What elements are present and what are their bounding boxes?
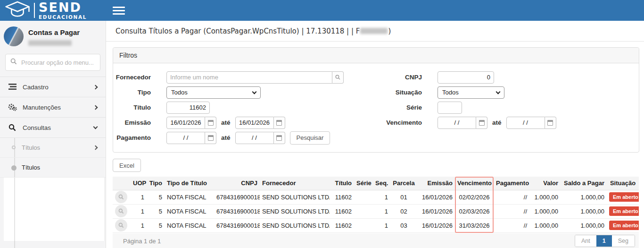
cell-tipo-titulo: NOTA FISCAL [165,204,214,218]
vencimento-to-input[interactable] [506,117,545,129]
chevron-down-icon [252,89,257,94]
pagamento-to-input[interactable] [235,132,274,144]
emissao-to-input[interactable] [235,117,274,129]
cell-valor: 1.000,00 [529,204,561,218]
sidebar-item-consultas[interactable]: Consultas [0,118,106,138]
excel-export-button[interactable]: Excel [113,159,141,172]
cnpj-input[interactable] [438,71,494,84]
pagination-next-button[interactable]: Seg [612,235,635,247]
emissao-label: Emissão [113,119,151,126]
brand-line1: SEND [39,1,87,14]
tipo-select[interactable]: Todos [166,86,261,99]
tree-node-icon [12,145,16,149]
calendar-icon[interactable] [205,132,216,144]
tipo-label: Tipo [113,89,151,96]
module-title: Contas a Pagar [28,28,80,36]
cell-emissao: 16/01/2026 [417,204,455,218]
fornecedor-search-button[interactable] [332,71,344,84]
vencimento-from-input[interactable] [438,117,476,129]
col-emissao: Emissão [417,177,455,190]
status-badge: Em aberto [609,221,639,230]
titulo-input[interactable] [166,102,210,114]
results-table: UOP Tipo Tipo de Título CNPJ Fornecedor … [113,177,639,233]
status-badge: Em aberto [609,206,639,216]
col-saldo: Saldo a Pagar [561,177,607,190]
graduation-cap-icon [5,0,30,20]
pagamento-from-input[interactable] [166,132,205,144]
cell-seq: 1 [373,218,390,232]
page-title-text: Consulta Títulos a Pagar (ContasPagar.Wp… [116,27,360,35]
fornecedor-input[interactable] [166,71,332,84]
calendar-icon[interactable] [274,132,285,144]
cell-uop: 1 [131,190,147,204]
sidebar-profile: Contas a Pagar [0,21,106,50]
table-row: 1 5 NOTA FISCAL 67843169000184 SEND SOLU… [113,218,639,232]
sidebar-subitem-titulos-active[interactable]: Títulos [0,158,106,178]
cell-tipo: 5 [147,204,165,218]
search-icon [10,58,17,67]
col-valor: Valor [529,177,561,190]
cell-cnpj: 67843169000184 [214,190,260,204]
sidebar-subtree: Títulos Títulos [0,138,106,241]
cell-tipo: 5 [147,190,165,204]
cell-valor: 1.000,00 [529,218,561,232]
sidebar-item-manutencoes[interactable]: Manutenções [0,97,106,118]
pagination-page-1-button[interactable]: 1 [596,235,612,247]
module-logo [4,26,24,46]
col-tipo-titulo: Tipo de Título [165,177,214,190]
sidebar: Contas a Pagar Cadastro [0,21,106,248]
filters-panel: Filtros Fornecedor [113,47,639,153]
situacao-select[interactable]: Todos [438,86,504,99]
cell-vencimento: 02/03/2026 [455,204,494,218]
cell-vencimento: 02/02/2026 [455,190,494,204]
sidebar-item-cadastro[interactable]: Cadastro [0,77,106,97]
serie-label: Série [349,104,422,111]
sidebar-nav: Cadastro Manutenções [0,77,106,241]
hamburger-menu-icon[interactable] [113,7,125,15]
cell-serie [354,204,373,218]
cell-fornecedor: SEND SOLUTIONS LTDA [260,218,330,232]
cell-seq: 1 [373,204,390,218]
col-fornecedor: Fornecedor [260,177,330,190]
col-uop: UOP [131,177,147,190]
menu-search-input[interactable] [21,59,95,66]
cell-cnpj: 67843169000184 [214,204,260,218]
col-tipo: Tipo [147,177,165,190]
chevron-down-icon [496,89,501,94]
pagination-prev-button[interactable]: Ant [575,235,596,247]
pesquisar-button[interactable]: Pesquisar [290,131,330,145]
sidebar-subitem-titulos[interactable]: Títulos [0,138,106,158]
calendar-icon[interactable] [476,117,487,129]
cell-serie [354,218,373,232]
table-row: 1 5 NOTA FISCAL 67843169000184 SEND SOLU… [113,190,639,204]
brand-divider [34,3,35,18]
cell-seq: 1 [373,190,390,204]
sidebar-subitem-label: Títulos [22,144,40,151]
search-icon [8,124,17,131]
col-titulo: Título [330,177,354,190]
emissao-from-input[interactable] [166,117,205,129]
ate-label: até [221,119,231,126]
calendar-icon[interactable] [545,117,556,129]
calendar-icon[interactable] [205,117,216,129]
cell-parcela: 03 [390,218,417,232]
tipo-select-value: Todos [171,89,188,96]
cell-saldo: 1.000,00 [561,190,607,204]
row-detail-button[interactable] [115,205,127,217]
menu-search-box[interactable] [5,54,100,71]
cell-valor: 1.000,00 [529,190,561,204]
cell-emissao: 16/01/2026 [417,218,455,232]
row-detail-button[interactable] [115,191,127,203]
redacted-username [28,40,72,46]
cnpj-label: CNPJ [349,74,422,81]
cell-uop: 1 [131,218,147,232]
row-detail-button[interactable] [115,219,127,231]
calendar-icon[interactable] [274,117,285,129]
list-icon [8,84,17,90]
col-serie: Série [354,177,373,190]
sidebar-item-label: Manutenções [23,104,61,111]
serie-input[interactable] [438,102,462,114]
cell-serie [354,190,373,204]
cell-tipo: 5 [147,218,165,232]
pagination-controls: Ant 1 Seg [575,235,635,247]
